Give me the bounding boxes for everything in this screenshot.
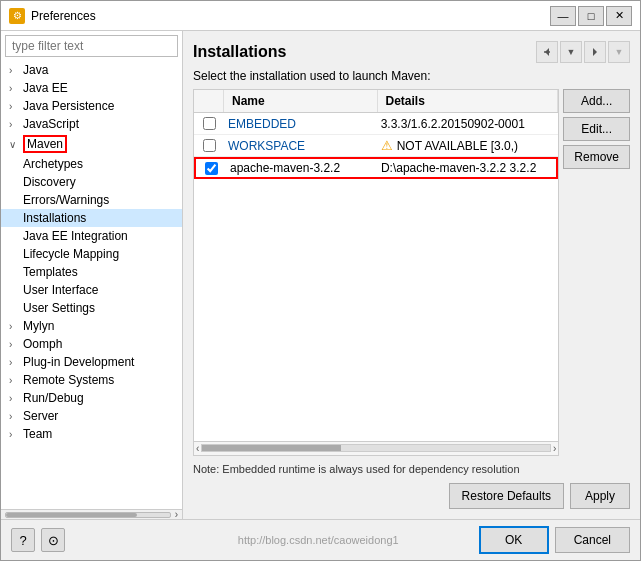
- row-name-workspace: WORKSPACE: [224, 137, 377, 155]
- table-row-apache-maven[interactable]: apache-maven-3.2.2 D:\apache-maven-3.2.2…: [194, 157, 558, 179]
- sidebar-item-label: User Settings: [23, 301, 95, 315]
- bottom-left: ? ⊙: [11, 528, 65, 552]
- sidebar-item-label: Java Persistence: [23, 99, 114, 113]
- content-area: › Java › Java EE › Java Persistence › Ja…: [1, 31, 640, 519]
- close-button[interactable]: ✕: [606, 6, 632, 26]
- sidebar-item-label: Oomph: [23, 337, 62, 351]
- dropdown-arrow-button[interactable]: ▼: [560, 41, 582, 63]
- row-name-embedded: EMBEDDED: [224, 115, 377, 133]
- sidebar-item-label: Run/Debug: [23, 391, 84, 405]
- help-icon: ?: [19, 533, 26, 548]
- horizontal-scrollbar[interactable]: ‹ ›: [194, 441, 558, 455]
- sidebar-item-server[interactable]: › Server: [1, 407, 182, 425]
- preferences-window: ⚙ Preferences — □ ✕ › Java › Java EE: [0, 0, 641, 561]
- apply-button[interactable]: Apply: [570, 483, 630, 509]
- main-action-row: Restore Defaults Apply: [193, 483, 630, 509]
- sidebar-item-run-debug[interactable]: › Run/Debug: [1, 389, 182, 407]
- sidebar-item-archetypes[interactable]: Archetypes: [1, 155, 182, 173]
- sidebar-item-javascript[interactable]: › JavaScript: [1, 115, 182, 133]
- expand-arrow: ›: [9, 375, 21, 386]
- sidebar-item-errors-warnings[interactable]: Errors/Warnings: [1, 191, 182, 209]
- sidebar-scrollbar[interactable]: ›: [1, 509, 182, 519]
- expand-arrow: ›: [9, 393, 21, 404]
- edit-button[interactable]: Edit...: [563, 117, 630, 141]
- col-name: Name: [224, 90, 378, 112]
- expand-arrow: ›: [9, 411, 21, 422]
- col-details: Details: [378, 90, 559, 112]
- sidebar-item-user-settings[interactable]: User Settings: [1, 299, 182, 317]
- maximize-button[interactable]: □: [578, 6, 604, 26]
- expand-arrow: ›: [9, 65, 21, 76]
- scroll-thumb: [202, 445, 341, 451]
- col-check: [194, 90, 224, 112]
- sidebar-item-remote-systems[interactable]: › Remote Systems: [1, 371, 182, 389]
- sidebar-item-label: Discovery: [23, 175, 76, 189]
- checkbox-apache-maven[interactable]: [205, 162, 218, 175]
- sidebar-item-plugin-development[interactable]: › Plug-in Development: [1, 353, 182, 371]
- scroll-track[interactable]: [201, 444, 551, 452]
- preferences-icon: ⊙: [48, 533, 59, 548]
- forward-icon: [589, 46, 601, 58]
- row-checkbox-apache-maven[interactable]: [196, 162, 226, 175]
- sidebar-item-templates[interactable]: Templates: [1, 263, 182, 281]
- sidebar-item-label: Errors/Warnings: [23, 193, 109, 207]
- sidebar-item-discovery[interactable]: Discovery: [1, 173, 182, 191]
- sidebar-item-lifecycle-mapping[interactable]: Lifecycle Mapping: [1, 245, 182, 263]
- sidebar-item-label: Plug-in Development: [23, 355, 134, 369]
- add-button[interactable]: Add...: [563, 89, 630, 113]
- row-checkbox-workspace[interactable]: [194, 139, 224, 152]
- sidebar: › Java › Java EE › Java Persistence › Ja…: [1, 31, 183, 519]
- expand-arrow: ›: [9, 429, 21, 440]
- expand-arrow: ∨: [9, 139, 21, 150]
- table-row[interactable]: WORKSPACE ⚠ NOT AVAILABLE [3.0,): [194, 135, 558, 157]
- row-details-embedded: 3.3.3/1.6.2.20150902-0001: [377, 115, 559, 133]
- sidebar-item-label: User Interface: [23, 283, 98, 297]
- cancel-button[interactable]: Cancel: [555, 527, 630, 553]
- preferences-button[interactable]: ⊙: [41, 528, 65, 552]
- sidebar-item-label: Archetypes: [23, 157, 83, 171]
- sidebar-item-maven[interactable]: ∨ Maven: [1, 133, 182, 155]
- back-button[interactable]: [536, 41, 558, 63]
- sidebar-item-java-ee-integration[interactable]: Java EE Integration: [1, 227, 182, 245]
- installations-table: Name Details EMBEDDED 3.3.3/1.6.2.201509…: [193, 89, 559, 456]
- sidebar-item-label: Maven: [23, 135, 67, 153]
- remove-button[interactable]: Remove: [563, 145, 630, 169]
- help-button[interactable]: ?: [11, 528, 35, 552]
- sidebar-item-java-ee[interactable]: › Java EE: [1, 79, 182, 97]
- note-text: Note: Embedded runtime is always used fo…: [193, 462, 630, 477]
- row-name-apache-maven: apache-maven-3.2.2: [226, 159, 377, 177]
- sidebar-item-oomph[interactable]: › Oomph: [1, 335, 182, 353]
- expand-arrow: ›: [9, 119, 21, 130]
- sidebar-item-label: Lifecycle Mapping: [23, 247, 119, 261]
- svg-marker-2: [593, 48, 597, 56]
- minimize-button[interactable]: —: [550, 6, 576, 26]
- checkbox-workspace[interactable]: [203, 139, 216, 152]
- sidebar-item-team[interactable]: › Team: [1, 425, 182, 443]
- checkbox-embedded[interactable]: [203, 117, 216, 130]
- filter-input[interactable]: [5, 35, 178, 57]
- bottom-right: OK Cancel: [479, 526, 630, 554]
- forward-button[interactable]: [584, 41, 606, 63]
- sidebar-item-label: Templates: [23, 265, 78, 279]
- table-row[interactable]: EMBEDDED 3.3.3/1.6.2.20150902-0001: [194, 113, 558, 135]
- sidebar-item-label: Mylyn: [23, 319, 54, 333]
- watermark-text: http://blog.csdn.net/caoweidong1: [65, 534, 479, 546]
- sidebar-item-label: Server: [23, 409, 58, 423]
- ok-button[interactable]: OK: [479, 526, 549, 554]
- sidebar-item-java[interactable]: › Java: [1, 61, 182, 79]
- dropdown-button[interactable]: ▼: [608, 41, 630, 63]
- table-header: Name Details: [194, 90, 558, 113]
- title-bar-controls: — □ ✕: [550, 6, 632, 26]
- sidebar-item-user-interface[interactable]: User Interface: [1, 281, 182, 299]
- row-checkbox-embedded[interactable]: [194, 117, 224, 130]
- title-bar: ⚙ Preferences — □ ✕: [1, 1, 640, 31]
- sidebar-item-label: JavaScript: [23, 117, 79, 131]
- sidebar-item-label: Java EE Integration: [23, 229, 128, 243]
- sidebar-item-java-persistence[interactable]: › Java Persistence: [1, 97, 182, 115]
- expand-arrow: ›: [9, 321, 21, 332]
- sidebar-item-installations[interactable]: Installations: [1, 209, 182, 227]
- window-icon: ⚙: [9, 8, 25, 24]
- restore-defaults-button[interactable]: Restore Defaults: [449, 483, 564, 509]
- sidebar-item-mylyn[interactable]: › Mylyn: [1, 317, 182, 335]
- expand-arrow: ›: [9, 339, 21, 350]
